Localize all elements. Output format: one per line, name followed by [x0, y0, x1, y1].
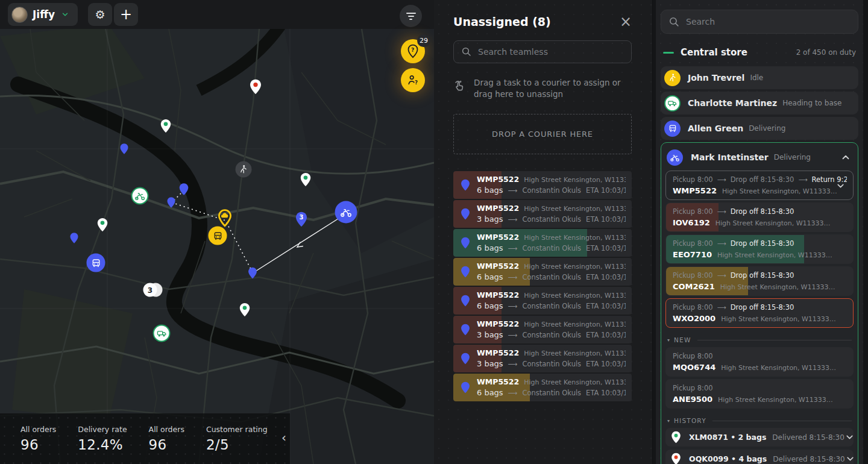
task-bags: 6 bags [477, 272, 503, 281]
task-row[interactable]: WMP5522High Street Kensington, W11333… 6… [453, 287, 632, 315]
new-stop-card[interactable]: Pickup 8:00 ANE9500High Street Kensingto… [665, 379, 854, 409]
map-canvas[interactable]: 3 3 Jiffy ⚙ + 29 All orders96 Delivery r… [0, 0, 434, 464]
map-pin-blue[interactable] [167, 197, 176, 208]
team-panel: Central store 2 of 450 on duty John Trev… [656, 0, 863, 464]
map-pin-green-dot[interactable] [239, 303, 251, 317]
task-courier: Constantin Okuls [522, 331, 581, 339]
pin-question-icon [406, 44, 420, 58]
new-stop-card[interactable]: Pickup 8:00 MQO6744High Street Kensingto… [665, 347, 854, 377]
team-search-input[interactable] [686, 17, 851, 27]
drag-hint: Drag a task to a courier to assign or dr… [453, 77, 632, 100]
task-address: High Street Kensington, W11333… [524, 350, 626, 357]
stop-id: COM2621 [673, 282, 715, 291]
team-search[interactable] [661, 10, 858, 34]
dropoff-time: Drop off 8:15-8:30 [731, 239, 794, 248]
task-row[interactable]: WMP5522High Street Kensington, W11333… 6… [453, 171, 632, 199]
store-group-header[interactable]: Central store 2 of 450 on duty [663, 47, 856, 58]
teamless-search[interactable] [453, 40, 632, 63]
history-row[interactable]: OQK0099 • 4 bags Delivered 8:15-8:30 [665, 450, 854, 464]
history-order: OQK0099 • 4 bags [689, 454, 767, 463]
task-address: High Street Kensington, W11333… [524, 205, 626, 213]
orders-count-badge: 29 [417, 34, 430, 47]
chevron-down-icon[interactable] [835, 181, 846, 191]
task-address: High Street Kensington, W11333… [524, 234, 626, 242]
map-cluster-pin-blue[interactable]: 3 [295, 212, 308, 227]
task-bags: 3 bags [477, 215, 503, 224]
stop-card-alert[interactable]: Pickup 8:00⟶Drop off 8:15-8:30 WXO2000Hi… [665, 298, 854, 328]
courier-row-expanded[interactable]: Mark Intetinster Delivering [665, 146, 854, 168]
arrow-icon: ⟶ [798, 176, 807, 183]
section-history[interactable]: ▾ HISTORY [667, 417, 852, 424]
courier-row[interactable]: John Trevrel Idle [661, 66, 858, 89]
current-stop-card[interactable]: Pickup 8:00⟶Drop off 8:15-8:30⟶Return 9:… [665, 171, 854, 200]
dropoff-time: Drop off 8:15-8:30 [731, 207, 794, 216]
task-courier: Constantin Okuls [522, 215, 581, 224]
map-pin-blue[interactable] [179, 183, 189, 196]
task-row[interactable]: WMP5522High Street Kensington, W11333… 6… [453, 229, 632, 257]
chevron-down-icon[interactable] [844, 432, 855, 442]
map-pin-red-dot[interactable] [250, 79, 262, 95]
map-pin-green-dot[interactable] [97, 218, 108, 232]
arrow-icon: ⟶ [717, 240, 726, 247]
map-courier-scooter-blue[interactable] [335, 201, 357, 224]
teamless-search-input[interactable] [478, 47, 624, 57]
arrow-icon: ⟶ [508, 274, 518, 281]
stop-id: ANE9500 [673, 395, 712, 404]
stop-card[interactable]: Pickup 8:00⟶Drop off 8:15-8:30 EEO7710Hi… [665, 234, 854, 264]
unassigned-orders-fab[interactable]: 29 [401, 39, 425, 63]
arrow-icon: ⟶ [717, 208, 726, 215]
arrow-icon: ⟶ [508, 216, 518, 224]
chevron-up-icon[interactable] [840, 152, 851, 163]
task-bags: 6 bags [477, 388, 503, 397]
pickup-time: Pickup 8:00 [673, 384, 713, 392]
task-row[interactable]: WMP5522High Street Kensington, W11333… 3… [453, 345, 632, 372]
map-pin-green-dot[interactable] [160, 119, 172, 133]
pickup-time: Pickup 8:00 [673, 175, 713, 184]
map-pin-blue[interactable] [120, 143, 129, 155]
history-row[interactable]: XLM0871 • 2 bags Delivered 8:15-8:30 [665, 428, 854, 447]
map-courier-scooter-green[interactable] [131, 187, 149, 205]
map-pin-blue[interactable] [70, 233, 79, 244]
stop-card[interactable]: Pickup 8:00⟶Drop off 8:15-8:30 COM2621Hi… [665, 266, 854, 296]
map-courier-walking[interactable] [236, 161, 252, 178]
chevron-down-icon[interactable] [845, 454, 855, 464]
settings-button[interactable]: ⚙ [88, 3, 112, 26]
task-id: WMP5522 [477, 262, 519, 271]
map-courier-car-yellow[interactable] [209, 227, 227, 245]
stats-bar: All orders96 Delivery rate12.4% All orde… [0, 413, 290, 464]
section-label: HISTORY [674, 417, 706, 424]
map-courier-bus-blue[interactable] [87, 254, 105, 272]
add-button[interactable]: + [114, 3, 138, 26]
map-pin-green-dot[interactable] [300, 172, 312, 187]
task-pin-icon [461, 237, 470, 249]
drop-courier-zone[interactable]: DROP A COURIER HERE [453, 114, 632, 154]
task-row[interactable]: WMP5522High Street Kensington, W11333… 6… [453, 258, 632, 286]
task-bags: 6 bags [477, 301, 503, 310]
gear-icon: ⚙ [95, 8, 105, 21]
courier-row[interactable]: Allen Green Delivering [661, 117, 858, 140]
section-caret-icon: ▾ [667, 418, 670, 424]
map-pin-blue[interactable] [248, 267, 257, 279]
close-icon[interactable]: × [620, 14, 632, 29]
cluster-count: 3 [295, 214, 308, 221]
map-store-pin-yellow[interactable] [216, 208, 233, 228]
top-bar: Jiffy ⚙ + [0, 0, 434, 29]
task-row[interactable]: WMP5522High Street Kensington, W11333… 3… [453, 200, 632, 228]
pickup-time: Pickup 8:00 [673, 207, 713, 216]
arrow-icon: ⟶ [508, 331, 518, 339]
stop-address: High Street Kensington, W11333… [717, 251, 832, 259]
stop-address: High Street Kensington, W11333… [715, 219, 831, 227]
task-pin-icon [461, 266, 470, 278]
section-new[interactable]: ▾ NEW [667, 336, 852, 343]
unassigned-couriers-fab[interactable] [401, 68, 425, 92]
stop-card[interactable]: Pickup 8:00⟶Drop off 8:15-8:30 IOV6192Hi… [665, 202, 854, 232]
brand-menu[interactable]: Jiffy [8, 3, 78, 26]
section-divider [712, 421, 852, 421]
filter-button[interactable] [400, 5, 422, 27]
map-courier-truck-green[interactable] [153, 325, 171, 342]
task-row[interactable]: WMP5522High Street Kensington, W11333… 6… [453, 374, 632, 401]
courier-row[interactable]: Charlotte Martinez Heading to base [661, 92, 858, 114]
task-row[interactable]: WMP5522High Street Kensington, W11333… 3… [453, 316, 632, 343]
map-cluster-white[interactable]: 3 [143, 283, 157, 297]
collapse-stats-chevron[interactable]: ‹ [281, 430, 286, 445]
